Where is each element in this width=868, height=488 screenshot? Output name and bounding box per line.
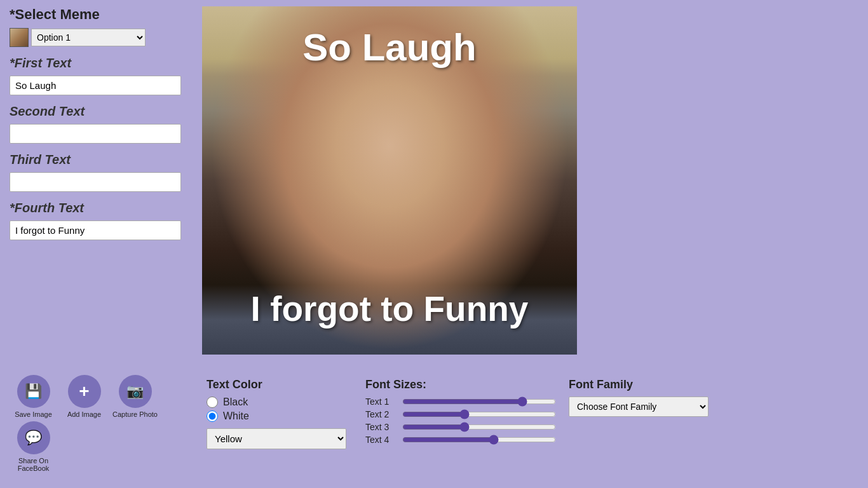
left-panel: *Select Meme Option 1 Option 2 Option 3 …	[0, 0, 191, 369]
share-icon: 💬	[17, 421, 50, 454]
font-sizes-section: Font Sizes: Text 1 Text 2 Text 3 Text 4	[359, 375, 562, 451]
second-text-input[interactable]	[10, 124, 181, 144]
center-area: So Laugh I forgot to Funny	[191, 0, 588, 369]
text2-slider[interactable]	[402, 409, 556, 419]
text1-slider-label: Text 1	[365, 396, 397, 407]
first-text-input[interactable]	[10, 76, 181, 95]
meme-container: So Laugh I forgot to Funny	[202, 6, 577, 355]
text2-slider-label: Text 2	[365, 409, 397, 419]
third-text-label: Third Text	[10, 152, 181, 167]
text3-slider-row: Text 3	[365, 422, 556, 432]
text3-slider-label: Text 3	[365, 422, 397, 432]
font-sizes-title: Font Sizes:	[365, 378, 556, 391]
text-color-title: Text Color	[207, 378, 353, 391]
action-row-bottom: 💬 Share On FaceBook	[10, 421, 200, 472]
black-label: Black	[223, 396, 248, 408]
add-label: Add Image	[67, 410, 101, 418]
color-dropdown[interactable]: Yellow Red Blue Green	[207, 428, 346, 449]
text1-slider[interactable]	[402, 396, 556, 407]
font-family-title: Font Family	[569, 378, 852, 391]
text2-slider-row: Text 2	[365, 409, 556, 419]
font-family-section: Font Family Choose Font Family Impact Ar…	[562, 375, 858, 420]
white-radio[interactable]	[207, 410, 218, 422]
text3-slider[interactable]	[402, 422, 556, 432]
meme-select-row: Option 1 Option 2 Option 3	[10, 28, 181, 47]
text4-slider[interactable]	[402, 435, 556, 445]
save-icon: 💾	[17, 375, 50, 408]
bottom-actions: 💾 Save Image + Add Image 📷 Capture Photo…	[10, 375, 200, 472]
capture-icon: 📷	[119, 375, 152, 408]
black-radio-row: Black	[207, 396, 353, 408]
select-meme-title: *Select Meme	[10, 6, 181, 23]
meme-top-text: So Laugh	[202, 25, 577, 69]
meme-select-dropdown[interactable]: Option 1 Option 2 Option 3	[31, 29, 146, 46]
add-image-button[interactable]: + Add Image	[60, 375, 108, 418]
capture-label: Capture Photo	[112, 410, 158, 418]
font-family-dropdown[interactable]: Choose Font Family Impact Arial Comic Sa…	[569, 396, 709, 417]
bottom-bar: 💾 Save Image + Add Image 📷 Capture Photo…	[0, 369, 868, 488]
text4-slider-label: Text 4	[365, 435, 397, 445]
fourth-text-input[interactable]	[10, 220, 181, 240]
first-text-label: *First Text	[10, 56, 181, 71]
capture-photo-button[interactable]: 📷 Capture Photo	[111, 375, 159, 418]
text4-slider-row: Text 4	[365, 435, 556, 445]
third-text-input[interactable]	[10, 172, 181, 192]
share-facebook-button[interactable]: 💬 Share On FaceBook	[10, 421, 57, 472]
text1-slider-row: Text 1	[365, 396, 556, 407]
add-icon: +	[68, 375, 101, 408]
white-label: White	[223, 410, 249, 422]
second-text-label: Second Text	[10, 104, 181, 119]
meme-bottom-text: I forgot to Funny	[202, 288, 577, 329]
fourth-text-label: *Fourth Text	[10, 201, 181, 215]
share-label: Share On FaceBook	[10, 457, 57, 472]
text-color-section: Text Color Black White Yellow Red Blue G…	[200, 375, 359, 452]
black-radio[interactable]	[207, 396, 218, 408]
white-radio-row: White	[207, 410, 353, 422]
action-row-top: 💾 Save Image + Add Image 📷 Capture Photo	[10, 375, 200, 418]
meme-thumbnail	[10, 28, 29, 47]
save-image-button[interactable]: 💾 Save Image	[10, 375, 57, 418]
save-label: Save Image	[15, 410, 52, 418]
right-panel	[588, 0, 868, 369]
